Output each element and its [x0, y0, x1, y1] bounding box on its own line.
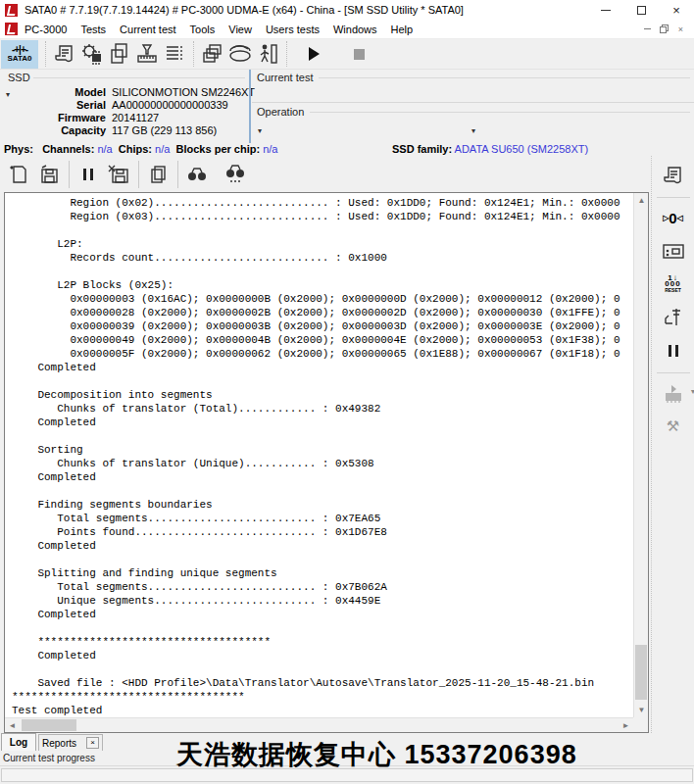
blocks-per-chip-value: n/a	[263, 143, 277, 155]
menu-tools[interactable]: Tools	[183, 21, 223, 38]
reset-icon: 1↓ 000 RESET	[665, 275, 681, 293]
mdi-close-button[interactable]: ×	[673, 23, 688, 35]
reset-counter-button[interactable]: 1↓ 000 RESET	[659, 270, 688, 298]
log-toolbar-separator	[69, 161, 70, 188]
stop-test-button[interactable]	[345, 41, 372, 68]
autosave-off-button[interactable]	[106, 162, 131, 187]
copy-log-button[interactable]	[145, 162, 171, 187]
sata-port-button[interactable]: -+|+- SATA0	[1, 40, 38, 69]
scroll-right-arrow[interactable]: ►	[619, 718, 633, 733]
channels-value: n/a	[97, 143, 112, 155]
status-text: Current test progress	[3, 753, 95, 763]
toolbar-separator	[286, 41, 287, 67]
log-list-button[interactable]	[161, 41, 188, 68]
tab-reports-label: Reports	[42, 738, 76, 749]
new-log-button[interactable]	[6, 162, 31, 187]
save-floppy-icon	[38, 164, 60, 185]
channels-label: Channels:	[42, 143, 94, 155]
list-icon	[163, 42, 186, 66]
person-exit-icon	[256, 42, 279, 66]
gear-chip-icon	[80, 42, 104, 66]
minimize-button[interactable]	[588, 0, 623, 20]
vertical-scroll-thumb[interactable]	[635, 645, 647, 700]
drive-id-button[interactable]	[51, 41, 78, 68]
zero-icon: ▷0◁	[663, 211, 683, 225]
group-line	[33, 77, 245, 78]
close-button[interactable]: ×	[659, 0, 694, 20]
scrollbar-corner	[633, 717, 648, 732]
windows-cascade-button[interactable]	[199, 41, 226, 68]
utility-settings-button[interactable]	[78, 41, 106, 68]
pause-button[interactable]	[659, 337, 688, 365]
exit-utility-button[interactable]	[254, 41, 281, 68]
mdi-minimize-icon	[644, 28, 651, 29]
disk-view-button[interactable]	[226, 41, 254, 68]
menu-users-tests[interactable]: Users tests	[259, 21, 326, 38]
toolbar-separator	[193, 41, 194, 67]
vertical-scrollbar[interactable]: ▲ ▼	[633, 193, 648, 717]
group-line	[252, 102, 694, 103]
log-output: Region (0x02)...........................…	[5, 193, 633, 717]
operation-dropdown-caret[interactable]: ▾	[258, 126, 262, 135]
tab-reports[interactable]: Reports ×	[38, 734, 103, 751]
find-next-button[interactable]	[223, 162, 248, 187]
run-test-button[interactable]	[300, 41, 327, 68]
menu-view[interactable]: View	[222, 21, 259, 38]
chips-label: Chips:	[119, 143, 152, 155]
menu-tests[interactable]: Tests	[74, 21, 113, 38]
scroll-up-arrow[interactable]: ▲	[634, 193, 649, 208]
menu-help[interactable]: Help	[384, 21, 421, 38]
mdi-restore-button[interactable]	[657, 23, 671, 35]
log-toolbar-separator	[138, 161, 139, 188]
log-toolbar	[0, 156, 651, 192]
menu-current-test[interactable]: Current test	[113, 21, 182, 38]
operation-dropdown-caret-2[interactable]: ▾	[471, 126, 475, 135]
tab-close-button[interactable]: ×	[86, 737, 99, 749]
chevron-down-icon[interactable]: ▼	[690, 388, 694, 395]
phys-info: Phys: Channels: n/a Chips: n/a Blocks pe…	[4, 143, 277, 155]
disk-platter-icon	[227, 42, 253, 66]
ssd-family-label: SSD family:	[392, 143, 452, 155]
mdi-minimize-button[interactable]	[640, 23, 655, 35]
horizontal-scroll-thumb[interactable]	[22, 719, 76, 731]
play-icon	[309, 47, 320, 61]
phys-label: Phys:	[4, 143, 33, 155]
blocks-per-chip-label: Blocks per chip:	[176, 143, 261, 155]
mdi-child-icon	[5, 23, 18, 35]
menu-windows[interactable]: Windows	[326, 21, 384, 38]
app-logo-icon	[5, 4, 18, 17]
watermark-text: 天浩数据恢复中心 15337206398	[176, 737, 577, 772]
scroll-report-icon	[663, 165, 684, 186]
cascading-pages-icon	[108, 42, 131, 66]
tools-icon: ⚒	[667, 417, 679, 435]
model-label: Model	[4, 86, 106, 98]
phys-bar: Phys: Channels: n/a Chips: n/a Blocks pe…	[0, 143, 694, 156]
info-panels: SSD ▾ Model SILICONMOTION SM2246XT Seria…	[0, 70, 694, 143]
log-output-area[interactable]: Region (0x02)...........................…	[4, 192, 649, 733]
maximize-button[interactable]	[623, 0, 659, 20]
main-toolbar: -+|+- SATA0	[0, 39, 694, 70]
test-select-button[interactable]	[133, 41, 161, 68]
save-log-button[interactable]	[36, 162, 62, 187]
menu-pc3000[interactable]: PC-3000	[18, 21, 74, 38]
scroll-down-arrow[interactable]: ▼	[634, 703, 649, 717]
zero-fill-button[interactable]: ▷0◁	[659, 204, 688, 231]
serial-value: AA00000000000000339	[112, 99, 228, 111]
current-test-caption: Current test	[257, 72, 313, 83]
firmware-label: Firmware	[4, 112, 106, 123]
tab-log[interactable]: Log	[1, 733, 36, 751]
flash-card-button[interactable]	[659, 237, 688, 265]
serial-label: Serial	[4, 99, 106, 111]
chip-run-button-disabled[interactable]: ▼	[659, 379, 688, 407]
capacity-label: Capacity	[4, 124, 106, 136]
service-report-button[interactable]	[659, 162, 688, 189]
power-probe-button[interactable]	[659, 304, 688, 331]
pause-log-button[interactable]	[75, 162, 101, 187]
group-line	[319, 77, 690, 78]
tools-button-disabled[interactable]: ⚒	[659, 413, 688, 440]
find-button[interactable]	[184, 162, 210, 187]
tasks-button[interactable]	[106, 41, 133, 68]
binoculars-icon	[186, 166, 208, 183]
scroll-left-arrow[interactable]: ◄	[5, 718, 20, 733]
horizontal-scrollbar[interactable]: ◄ ►	[5, 717, 633, 732]
